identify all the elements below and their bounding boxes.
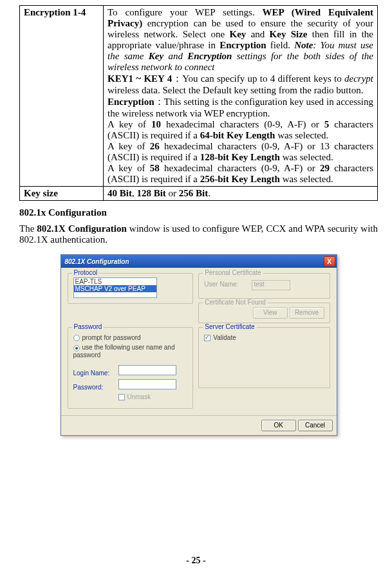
ok-button[interactable]: OK	[261, 420, 296, 431]
protocol-listbox[interactable]: EAP-TLS MSCHAP V2 over PEAP	[73, 277, 157, 298]
pc-username-field: test	[252, 280, 290, 290]
page-number: - 25 -	[0, 556, 392, 566]
dialog-buttonbar: OK Cancel	[61, 415, 337, 435]
cell-enc14-desc: To configure your WEP settings. WEP (Wir…	[104, 6, 378, 187]
password-input[interactable]	[118, 379, 176, 389]
protocol-option-mschap[interactable]: MSCHAP V2 over PEAP	[74, 285, 156, 292]
protocol-fieldset: Protocol EAP-TLS MSCHAP V2 over PEAP	[68, 273, 194, 304]
view-button: View	[253, 307, 288, 319]
radio-prompt-row[interactable]: prompt for password	[73, 334, 188, 341]
checkbox-icon[interactable]	[204, 335, 210, 341]
enc-p3: Encryption：This setting is the configura…	[107, 96, 373, 119]
enc-p5: A key of 26 hexadecimal characters (0-9,…	[107, 141, 373, 163]
enc-p4: A key of 10 hexadecimal characters (0-9,…	[107, 119, 373, 141]
8021x-config-dialog: 802.1X Configuration X Protocol EAP-TLS …	[61, 254, 337, 436]
pc-username-label: User Name:	[204, 281, 238, 288]
dialog-title: 802.1X Configuration	[65, 258, 324, 265]
dialog-body: Protocol EAP-TLS MSCHAP V2 over PEAP Per…	[61, 268, 337, 415]
enc-p6: A key of 58 hexadecimal characters (0-9,…	[107, 163, 373, 185]
login-input[interactable]	[118, 365, 176, 375]
password-fieldset: Password prompt for password use the fol…	[68, 327, 194, 409]
validate-row[interactable]: Validate	[204, 334, 324, 341]
wep-settings-table: Encryption 1-4 To configure your WEP set…	[19, 5, 378, 201]
radio-icon[interactable]	[73, 335, 80, 341]
protocol-label: Protocol	[72, 269, 100, 276]
radio-usefollowing-row[interactable]: use the following user name and password	[73, 344, 188, 358]
personal-cert-label: Personal Certificate	[203, 269, 263, 276]
dialog-titlebar[interactable]: 802.1X Configuration X	[61, 255, 337, 268]
password-label: Password:	[73, 384, 118, 391]
personal-cert-fieldset: Personal Certificate User Name: test	[198, 273, 330, 299]
radio-icon[interactable]	[73, 345, 80, 351]
cert-notfound-fieldset: Certificate Not Found View Remove	[198, 303, 330, 323]
login-label: Login Name:	[73, 370, 118, 377]
cell-keysize-desc: 40 Bit, 128 Bit or 256 Bit.	[104, 187, 378, 201]
server-cert-fieldset: Server Certificate Validate	[198, 327, 330, 388]
protocol-option-eaptls[interactable]: EAP-TLS	[74, 278, 156, 285]
cell-keysize-label: Key size	[20, 187, 104, 201]
table-row: Key size 40 Bit, 128 Bit or 256 Bit.	[20, 187, 378, 201]
server-cert-label: Server Certificate	[203, 323, 256, 330]
enc-p1: To configure your WEP settings. WEP (Wir…	[107, 7, 373, 73]
cancel-button[interactable]: Cancel	[298, 420, 333, 431]
password-section-label: Password	[72, 323, 104, 330]
checkbox-icon[interactable]	[118, 394, 125, 400]
enc-p2: KEY1 ~ KEY 4：You can specify up to 4 dif…	[107, 73, 373, 96]
table-row: Encryption 1-4 To configure your WEP set…	[20, 6, 378, 187]
remove-button: Remove	[290, 307, 324, 319]
unmask-row[interactable]: Unmask	[118, 393, 188, 400]
close-icon[interactable]: X	[324, 256, 335, 267]
cell-enc14-label: Encryption 1-4	[20, 6, 104, 187]
section-heading: 802.1x Configuration	[19, 207, 378, 218]
section-paragraph: The 802.1X Configuration window is used …	[19, 223, 378, 245]
cert-notfound-label: Certificate Not Found	[203, 299, 268, 306]
